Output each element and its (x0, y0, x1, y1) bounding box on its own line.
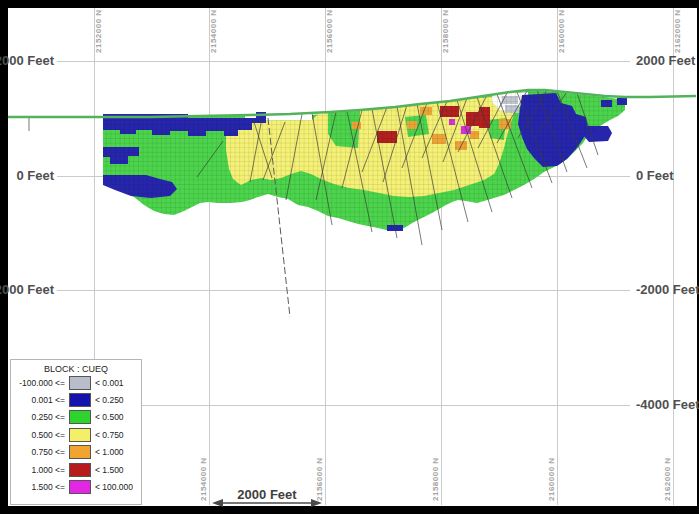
legend-range-from: 0.750 <= (11, 447, 65, 457)
legend-color-swatch (69, 393, 91, 407)
legend-range-to: < 100.000 (95, 482, 141, 492)
legend-color-swatch (69, 376, 91, 390)
legend-range-from: 0.500 <= (11, 430, 65, 440)
legend-title: BLOCK : CUEQ (11, 360, 141, 374)
elevation-label: -2000 Feet (636, 282, 699, 297)
legend-color-swatch (69, 428, 91, 442)
elevation-label: 2000 Feet (0, 53, 55, 68)
legend-range-from: 1.000 <= (11, 465, 65, 475)
legend-row: 0.001 <= < 0.250 (11, 391, 141, 408)
elevation-label: -4000 Feet (636, 397, 699, 412)
elevation-label: 2000 Feet (636, 53, 696, 68)
northing-label: 2156000 N (315, 457, 324, 501)
legend-row: 0.750 <= < 1.000 (11, 444, 141, 461)
northing-label: 2154000 N (199, 457, 208, 501)
legend-range-from: -100.000 <= (11, 378, 65, 388)
northing-label: 2154000 N (209, 9, 218, 53)
northing-label: 2152000 N (94, 9, 103, 53)
legend-range-to: < 1.000 (95, 447, 141, 457)
northing-label: 2158000 N (441, 9, 450, 53)
legend-row: 0.250 <= < 0.500 (11, 409, 141, 426)
section-plot-window: 2152000 N 2154000 N 2156000 N 2158000 N … (0, 0, 699, 514)
legend-range-to: < 0.750 (95, 430, 141, 440)
legend-color-swatch (69, 480, 91, 494)
scale-bar-label: 2000 Feet (237, 487, 297, 502)
legend-color-swatch (69, 463, 91, 477)
elevation-label: -2000 Feet (0, 282, 55, 297)
northing-label: 2162000 N (673, 9, 682, 53)
legend-range-to: < 0.250 (95, 395, 141, 405)
legend-color-swatch (69, 410, 91, 424)
elevation-label: 0 Feet (16, 168, 54, 183)
northing-label: 2162000 N (663, 457, 672, 501)
legend-range-from: 0.250 <= (11, 412, 65, 422)
legend-range-to: < 1.500 (95, 465, 141, 475)
elevation-label: 0 Feet (636, 168, 674, 183)
northing-label: 2156000 N (325, 9, 334, 53)
northing-label: 2160000 N (557, 9, 566, 53)
legend-row: 0.500 <= < 0.750 (11, 426, 141, 443)
block-legend: BLOCK : CUEQ -100.000 <= < 0.001 0.001 <… (10, 359, 142, 505)
legend-row: 1.500 <= < 100.000 (11, 478, 141, 495)
legend-color-swatch (69, 445, 91, 459)
legend-range-from: 0.001 <= (11, 395, 65, 405)
legend-row: 1.000 <= < 1.500 (11, 461, 141, 478)
northing-label: 2160000 N (547, 457, 556, 501)
legend-range-to: < 0.500 (95, 412, 141, 422)
legend-range-to: < 0.001 (95, 378, 141, 388)
legend-range-from: 1.500 <= (11, 482, 65, 492)
northing-label: 2158000 N (431, 457, 440, 501)
legend-row: -100.000 <= < 0.001 (11, 374, 141, 391)
